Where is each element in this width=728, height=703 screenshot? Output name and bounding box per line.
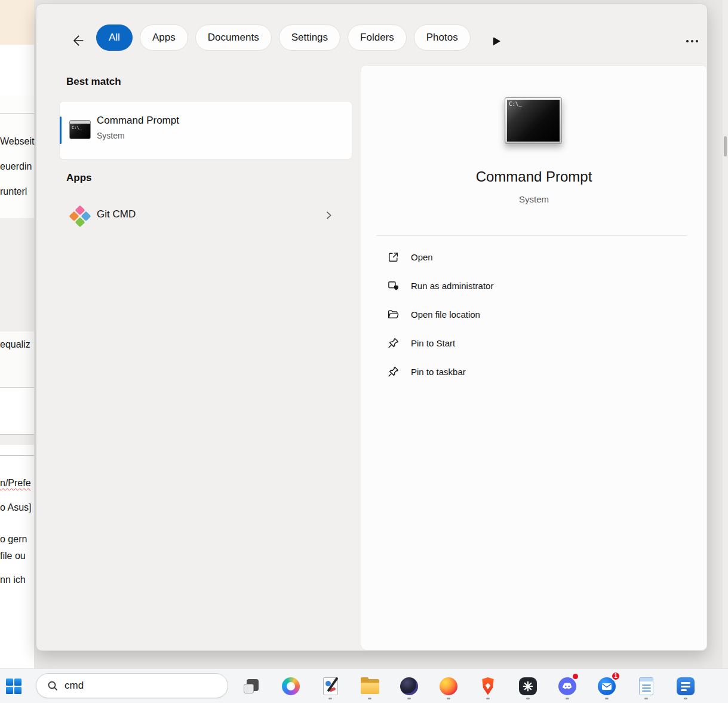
back-button[interactable] bbox=[67, 30, 88, 51]
task-view-button[interactable] bbox=[238, 672, 265, 701]
starburst-app-button[interactable] bbox=[515, 672, 541, 701]
dark-app-icon bbox=[400, 677, 418, 695]
selection-accent-bar bbox=[60, 116, 62, 144]
file-explorer-button[interactable] bbox=[357, 672, 383, 701]
brave-button[interactable] bbox=[475, 672, 501, 701]
more-filters-arrow-icon[interactable] bbox=[493, 37, 500, 45]
preview-pane: C:\_ Command Prompt System Open Run as bbox=[361, 65, 707, 650]
background-ribbon-area bbox=[0, 0, 34, 45]
run-admin-icon bbox=[386, 279, 400, 292]
notes-app-button[interactable] bbox=[672, 672, 699, 701]
best-match-title: Command Prompt bbox=[97, 115, 179, 127]
paint-editor-icon bbox=[323, 677, 338, 695]
background-gray-block bbox=[0, 218, 34, 331]
git-cmd-label: Git CMD bbox=[97, 208, 136, 220]
best-match-heading: Best match bbox=[66, 76, 121, 88]
copilot-icon bbox=[282, 677, 300, 695]
tab-all[interactable]: All bbox=[96, 24, 133, 51]
search-flyout: All Apps Documents Settings Folders Phot… bbox=[36, 4, 708, 651]
start-button[interactable] bbox=[1, 674, 26, 699]
windows-logo-icon bbox=[6, 679, 21, 694]
git-cmd-icon bbox=[70, 207, 90, 226]
mail-button[interactable]: 1 bbox=[594, 672, 620, 701]
background-gray-block bbox=[0, 435, 34, 445]
ellipsis-icon bbox=[686, 40, 689, 42]
background-scrollbar[interactable] bbox=[723, 0, 728, 668]
notes-app-icon bbox=[677, 677, 695, 695]
notepad-button[interactable] bbox=[633, 672, 659, 701]
tab-photos[interactable]: Photos bbox=[414, 24, 471, 51]
pin-icon bbox=[386, 365, 400, 378]
best-match-item[interactable]: C:\_ Command Prompt System bbox=[60, 102, 352, 159]
discord-button[interactable] bbox=[554, 672, 580, 701]
dark-app-button[interactable] bbox=[396, 672, 422, 701]
open-external-icon bbox=[386, 250, 400, 263]
pin-icon bbox=[386, 336, 400, 349]
action-pin-to-start[interactable]: Pin to Start bbox=[368, 329, 701, 357]
apps-heading: Apps bbox=[66, 172, 92, 184]
background-divider bbox=[0, 455, 34, 456]
brave-icon bbox=[480, 677, 496, 696]
command-prompt-icon: C:\_ bbox=[69, 120, 91, 139]
background-text-fragment: equaliz bbox=[0, 339, 30, 350]
git-cmd-item[interactable]: Git CMD bbox=[60, 200, 352, 231]
starburst-app-icon bbox=[519, 677, 537, 695]
background-text-fragment: o Asus] bbox=[0, 502, 31, 513]
background-card bbox=[0, 387, 34, 435]
paint-editor-button[interactable] bbox=[317, 672, 343, 701]
preview-subtitle: System bbox=[361, 194, 707, 204]
background-document-window: Webseit euerdin runterl equaliz n/Prefe … bbox=[0, 0, 34, 668]
scrollbar-thumb[interactable] bbox=[724, 136, 727, 156]
taskbar-search-box[interactable] bbox=[36, 673, 228, 698]
action-open-file-location[interactable]: Open file location bbox=[368, 300, 701, 329]
background-text-fragment: o gern bbox=[0, 534, 27, 545]
back-arrow-icon bbox=[70, 33, 85, 48]
mail-badge: 1 bbox=[611, 671, 621, 681]
background-text-fragment: Webseit bbox=[0, 136, 35, 147]
best-match-subtitle: System bbox=[97, 131, 125, 140]
action-open[interactable]: Open bbox=[368, 242, 701, 271]
taskbar: 1 bbox=[0, 668, 728, 703]
background-text-fragment: n/Prefe bbox=[0, 478, 31, 489]
background-text-fragment: file ou bbox=[0, 551, 26, 561]
background-text-fragment: euerdin bbox=[0, 161, 32, 172]
copilot-button[interactable] bbox=[278, 672, 304, 701]
action-pin-to-taskbar[interactable]: Pin to taskbar bbox=[368, 357, 701, 386]
search-icon bbox=[47, 680, 59, 692]
tab-apps[interactable]: Apps bbox=[140, 24, 188, 51]
taskbar-search-input[interactable] bbox=[64, 680, 214, 692]
preview-title: Command Prompt bbox=[361, 168, 707, 185]
notification-badge bbox=[572, 673, 579, 680]
preview-divider bbox=[376, 235, 687, 236]
action-run-as-administrator[interactable]: Run as administrator bbox=[368, 271, 701, 300]
firefox-button[interactable] bbox=[435, 672, 462, 701]
firefox-icon bbox=[440, 677, 457, 695]
tab-documents[interactable]: Documents bbox=[195, 24, 272, 51]
chevron-right-icon[interactable] bbox=[324, 210, 334, 220]
background-text-fragment: nn ich bbox=[0, 575, 26, 585]
background-divider bbox=[0, 113, 34, 114]
file-explorer-icon bbox=[361, 679, 379, 694]
more-options-button[interactable] bbox=[681, 33, 703, 50]
background-text-fragment: runterl bbox=[0, 186, 27, 197]
task-view-icon bbox=[244, 679, 259, 694]
background-toolbar-area bbox=[0, 45, 34, 96]
folder-icon bbox=[386, 308, 400, 321]
notepad-icon bbox=[639, 677, 653, 695]
tab-settings[interactable]: Settings bbox=[279, 24, 340, 51]
tab-folders[interactable]: Folders bbox=[348, 24, 407, 51]
command-prompt-icon-large: C:\_ bbox=[505, 97, 562, 144]
filter-tabs: All Apps Documents Settings Folders Phot… bbox=[96, 24, 471, 51]
